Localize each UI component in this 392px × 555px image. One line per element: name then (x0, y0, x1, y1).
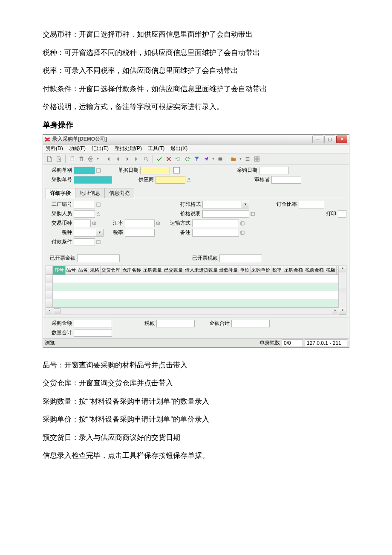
hscroll-left-icon[interactable]: ◂ (46, 308, 52, 314)
refresh-icon[interactable] (174, 155, 182, 163)
vscroll-up-icon[interactable]: ▴ (339, 266, 346, 272)
field-supplier[interactable] (156, 176, 185, 184)
prev-icon[interactable] (114, 155, 122, 163)
menu-export[interactable]: 汇出(E) (92, 145, 109, 152)
first-icon[interactable] (105, 155, 112, 163)
grid-col-qty[interactable]: 采购数量 (142, 266, 163, 275)
undo-icon[interactable] (184, 155, 191, 163)
table-row[interactable] (46, 299, 339, 307)
close-button[interactable]: ✕ (336, 136, 347, 143)
lookup-order-type-icon[interactable] (95, 167, 102, 174)
grid-corner (46, 266, 53, 275)
grid-col-minfill[interactable]: 最低补量 (218, 266, 239, 275)
field-tax-rate[interactable] (125, 229, 155, 237)
find-icon[interactable] (142, 155, 150, 163)
table-row[interactable] (46, 291, 339, 299)
grid-col-spec[interactable]: 规格 (89, 266, 101, 275)
maximize-button[interactable]: ▢ (324, 136, 335, 143)
grid-col-unit[interactable]: 单位 (239, 266, 251, 275)
grid-hscroll[interactable]: ◂ ▸ (46, 307, 339, 315)
share-dropdown-icon[interactable]: ▼ (212, 155, 215, 163)
lookup-ship-icon[interactable] (239, 220, 246, 227)
field-doc-date[interactable] (140, 167, 170, 174)
grid-col-itemname[interactable]: 品名 (77, 266, 89, 275)
grid-col-amount[interactable]: 采购金额 (283, 266, 304, 275)
minimize-button[interactable]: ─ (312, 136, 323, 143)
field-rate[interactable] (125, 220, 155, 227)
grid-icon[interactable] (253, 155, 261, 163)
menu-data[interactable]: 资料(D) (46, 145, 63, 152)
grid-col-itemno[interactable]: 品号 (66, 266, 77, 275)
grid-vscroll[interactable]: ▴ ▾ (339, 266, 346, 315)
search-doc-icon[interactable] (55, 155, 63, 163)
field-order-type[interactable] (74, 167, 95, 174)
new-doc-icon[interactable] (46, 155, 53, 163)
hscroll-thumb[interactable] (54, 308, 61, 314)
field-currency[interactable] (74, 220, 91, 227)
grid-col-warehouse[interactable]: 交货仓库 (101, 266, 121, 275)
menu-func[interactable]: 功能(F) (69, 145, 86, 152)
tab-browse[interactable]: 信息浏览 (104, 188, 134, 198)
grid-col-borrowed[interactable]: 借入未进货数量 (184, 266, 218, 275)
next-icon[interactable] (124, 155, 131, 163)
list-icon[interactable] (244, 155, 251, 163)
delete-icon[interactable] (78, 155, 85, 163)
field-factory-no[interactable] (74, 201, 95, 208)
table-row[interactable] (46, 283, 339, 291)
copy-icon[interactable] (68, 155, 76, 163)
field-print[interactable] (338, 210, 346, 218)
folder-icon[interactable] (230, 155, 237, 163)
lookup-pay-cond-icon[interactable] (95, 238, 102, 246)
filter-icon[interactable] (193, 155, 201, 163)
menu-exit[interactable]: 退出(X) (170, 145, 187, 152)
lookup-rate-icon[interactable]: $ (155, 220, 161, 227)
lookup-remark-icon[interactable] (239, 229, 246, 237)
attach-icon[interactable] (216, 155, 224, 163)
grid-col-seq[interactable]: 序号 (53, 266, 66, 275)
cancel-icon[interactable] (165, 155, 173, 163)
field-pay-cond[interactable] (74, 238, 95, 246)
field-purchaser[interactable] (74, 210, 95, 218)
field-remark[interactable] (192, 229, 239, 237)
field-print-format[interactable]: ▼ (202, 201, 249, 208)
field-invoiced-tax[interactable] (219, 254, 262, 262)
label-purchase-date: 采购日期 (231, 167, 259, 174)
table-row[interactable] (46, 275, 339, 283)
field-price-desc[interactable] (202, 210, 249, 218)
confirm-icon[interactable] (156, 155, 163, 163)
grid-col-taxrate[interactable]: 税率 (271, 266, 283, 275)
grid-col-pretax[interactable]: 税前金额 (304, 266, 325, 275)
lookup-currency-icon[interactable]: $ (91, 220, 98, 227)
status-bar: 浏览 单身笔数 0/0 127.0.0.1 - 211 (43, 338, 349, 347)
menu-batch[interactable]: 整批处理(P) (115, 145, 142, 152)
field-order-no[interactable] (74, 176, 112, 184)
field-ship-method[interactable] (192, 220, 239, 227)
grid-col-tax[interactable]: 税额 (325, 266, 337, 275)
tab-addr[interactable]: 地址信息 (75, 188, 105, 198)
menu-tool[interactable]: 工具(T) (148, 145, 164, 152)
grid-col-delivered[interactable]: 已交数量 (163, 266, 184, 275)
print-dropdown-icon[interactable]: ▼ (96, 155, 99, 163)
lookup-price-desc-icon[interactable] (249, 210, 256, 218)
hscroll-right-icon[interactable]: ▸ (332, 308, 338, 314)
grid-col-whname[interactable]: 仓库名称 (121, 266, 142, 275)
svg-rect-12 (96, 169, 101, 172)
lookup-purchaser-icon[interactable] (95, 210, 102, 218)
share-icon[interactable] (202, 155, 210, 163)
status-server: 127.0.0.1 - 211 (305, 339, 347, 347)
print-icon[interactable] (87, 155, 95, 163)
field-auditor[interactable] (271, 176, 301, 184)
field-purchase-date[interactable] (259, 167, 289, 174)
grid-col-unitprice[interactable]: 采购单价 (251, 266, 271, 275)
field-tax-type[interactable]: ▼ (74, 229, 104, 237)
field-deposit-ratio[interactable] (299, 201, 324, 208)
lookup-supplier-icon[interactable] (185, 176, 192, 184)
last-icon[interactable] (133, 155, 141, 163)
outro-p5: 预交货日：录入与供应商商议好的交货日期 (43, 429, 349, 447)
vscroll-down-icon[interactable]: ▾ (339, 308, 346, 315)
checkbox-doc-date[interactable] (173, 167, 180, 173)
tab-detail[interactable]: 详细字段 (46, 188, 75, 198)
lookup-factory-icon[interactable] (95, 201, 102, 208)
folder-dropdown-icon[interactable]: ▼ (239, 155, 242, 163)
field-invoiced-amt[interactable] (77, 254, 120, 262)
